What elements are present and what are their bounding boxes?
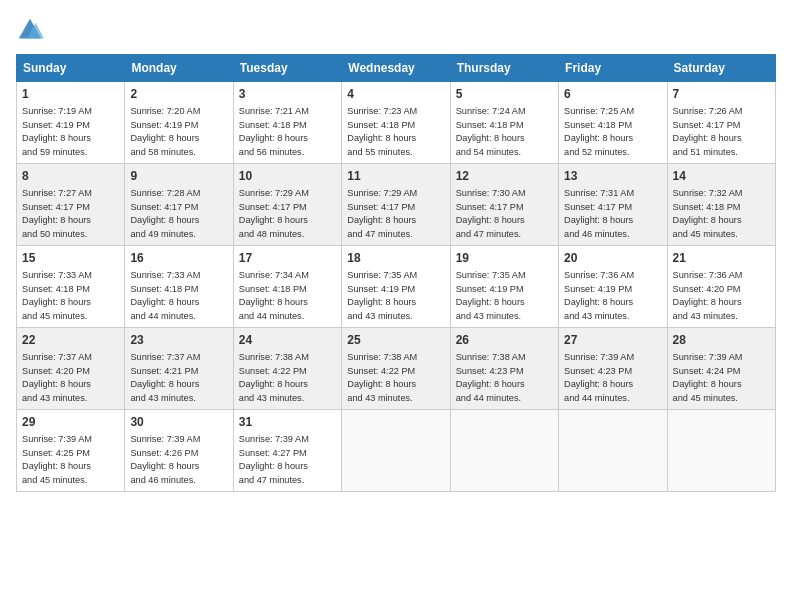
calendar-cell: 18 Sunrise: 7:35 AMSunset: 4:19 PMDaylig… [342, 246, 450, 328]
calendar-day-header: Saturday [667, 55, 775, 82]
cell-content: Sunrise: 7:39 AMSunset: 4:23 PMDaylight:… [564, 352, 634, 403]
calendar-cell: 14 Sunrise: 7:32 AMSunset: 4:18 PMDaylig… [667, 164, 775, 246]
cell-date: 31 [239, 414, 336, 430]
cell-content: Sunrise: 7:37 AMSunset: 4:21 PMDaylight:… [130, 352, 200, 403]
cell-date: 3 [239, 86, 336, 102]
calendar-cell [667, 410, 775, 492]
cell-content: Sunrise: 7:32 AMSunset: 4:18 PMDaylight:… [673, 188, 743, 239]
calendar-day-header: Monday [125, 55, 233, 82]
calendar-cell: 11 Sunrise: 7:29 AMSunset: 4:17 PMDaylig… [342, 164, 450, 246]
calendar-cell: 6 Sunrise: 7:25 AMSunset: 4:18 PMDayligh… [559, 82, 667, 164]
cell-date: 11 [347, 168, 444, 184]
cell-content: Sunrise: 7:34 AMSunset: 4:18 PMDaylight:… [239, 270, 309, 321]
cell-content: Sunrise: 7:39 AMSunset: 4:27 PMDaylight:… [239, 434, 309, 485]
cell-date: 30 [130, 414, 227, 430]
cell-date: 5 [456, 86, 553, 102]
calendar-cell: 28 Sunrise: 7:39 AMSunset: 4:24 PMDaylig… [667, 328, 775, 410]
calendar-cell: 15 Sunrise: 7:33 AMSunset: 4:18 PMDaylig… [17, 246, 125, 328]
calendar-day-header: Tuesday [233, 55, 341, 82]
cell-date: 21 [673, 250, 770, 266]
cell-date: 8 [22, 168, 119, 184]
calendar-cell: 10 Sunrise: 7:29 AMSunset: 4:17 PMDaylig… [233, 164, 341, 246]
calendar-week-row: 22 Sunrise: 7:37 AMSunset: 4:20 PMDaylig… [17, 328, 776, 410]
calendar-cell: 30 Sunrise: 7:39 AMSunset: 4:26 PMDaylig… [125, 410, 233, 492]
calendar-day-header: Wednesday [342, 55, 450, 82]
calendar-week-row: 29 Sunrise: 7:39 AMSunset: 4:25 PMDaylig… [17, 410, 776, 492]
calendar-cell [450, 410, 558, 492]
calendar-week-row: 8 Sunrise: 7:27 AMSunset: 4:17 PMDayligh… [17, 164, 776, 246]
cell-date: 29 [22, 414, 119, 430]
cell-date: 6 [564, 86, 661, 102]
cell-date: 26 [456, 332, 553, 348]
cell-content: Sunrise: 7:33 AMSunset: 4:18 PMDaylight:… [130, 270, 200, 321]
cell-date: 7 [673, 86, 770, 102]
cell-date: 10 [239, 168, 336, 184]
cell-date: 23 [130, 332, 227, 348]
cell-date: 15 [22, 250, 119, 266]
cell-content: Sunrise: 7:29 AMSunset: 4:17 PMDaylight:… [239, 188, 309, 239]
cell-content: Sunrise: 7:36 AMSunset: 4:19 PMDaylight:… [564, 270, 634, 321]
calendar-cell: 3 Sunrise: 7:21 AMSunset: 4:18 PMDayligh… [233, 82, 341, 164]
calendar-day-header: Sunday [17, 55, 125, 82]
cell-content: Sunrise: 7:35 AMSunset: 4:19 PMDaylight:… [347, 270, 417, 321]
calendar-cell: 20 Sunrise: 7:36 AMSunset: 4:19 PMDaylig… [559, 246, 667, 328]
calendar-cell: 24 Sunrise: 7:38 AMSunset: 4:22 PMDaylig… [233, 328, 341, 410]
cell-content: Sunrise: 7:29 AMSunset: 4:17 PMDaylight:… [347, 188, 417, 239]
calendar-cell: 21 Sunrise: 7:36 AMSunset: 4:20 PMDaylig… [667, 246, 775, 328]
cell-date: 19 [456, 250, 553, 266]
calendar-cell: 7 Sunrise: 7:26 AMSunset: 4:17 PMDayligh… [667, 82, 775, 164]
cell-content: Sunrise: 7:38 AMSunset: 4:22 PMDaylight:… [347, 352, 417, 403]
cell-date: 27 [564, 332, 661, 348]
cell-date: 20 [564, 250, 661, 266]
cell-content: Sunrise: 7:31 AMSunset: 4:17 PMDaylight:… [564, 188, 634, 239]
calendar-cell: 4 Sunrise: 7:23 AMSunset: 4:18 PMDayligh… [342, 82, 450, 164]
logo [16, 16, 48, 44]
calendar-cell: 16 Sunrise: 7:33 AMSunset: 4:18 PMDaylig… [125, 246, 233, 328]
cell-date: 2 [130, 86, 227, 102]
cell-date: 18 [347, 250, 444, 266]
calendar-cell: 13 Sunrise: 7:31 AMSunset: 4:17 PMDaylig… [559, 164, 667, 246]
cell-content: Sunrise: 7:36 AMSunset: 4:20 PMDaylight:… [673, 270, 743, 321]
header [16, 16, 776, 44]
calendar-cell: 22 Sunrise: 7:37 AMSunset: 4:20 PMDaylig… [17, 328, 125, 410]
calendar-cell [342, 410, 450, 492]
calendar-cell: 12 Sunrise: 7:30 AMSunset: 4:17 PMDaylig… [450, 164, 558, 246]
calendar-cell: 2 Sunrise: 7:20 AMSunset: 4:19 PMDayligh… [125, 82, 233, 164]
cell-content: Sunrise: 7:38 AMSunset: 4:23 PMDaylight:… [456, 352, 526, 403]
cell-content: Sunrise: 7:39 AMSunset: 4:24 PMDaylight:… [673, 352, 743, 403]
cell-date: 1 [22, 86, 119, 102]
page: SundayMondayTuesdayWednesdayThursdayFrid… [0, 0, 792, 502]
cell-content: Sunrise: 7:19 AMSunset: 4:19 PMDaylight:… [22, 106, 92, 157]
cell-content: Sunrise: 7:38 AMSunset: 4:22 PMDaylight:… [239, 352, 309, 403]
cell-date: 14 [673, 168, 770, 184]
calendar-cell: 31 Sunrise: 7:39 AMSunset: 4:27 PMDaylig… [233, 410, 341, 492]
cell-content: Sunrise: 7:28 AMSunset: 4:17 PMDaylight:… [130, 188, 200, 239]
calendar-day-header: Friday [559, 55, 667, 82]
logo-icon [16, 16, 44, 44]
calendar-cell: 23 Sunrise: 7:37 AMSunset: 4:21 PMDaylig… [125, 328, 233, 410]
cell-content: Sunrise: 7:27 AMSunset: 4:17 PMDaylight:… [22, 188, 92, 239]
cell-content: Sunrise: 7:35 AMSunset: 4:19 PMDaylight:… [456, 270, 526, 321]
calendar-cell: 27 Sunrise: 7:39 AMSunset: 4:23 PMDaylig… [559, 328, 667, 410]
calendar-week-row: 1 Sunrise: 7:19 AMSunset: 4:19 PMDayligh… [17, 82, 776, 164]
cell-date: 24 [239, 332, 336, 348]
cell-content: Sunrise: 7:26 AMSunset: 4:17 PMDaylight:… [673, 106, 743, 157]
cell-content: Sunrise: 7:24 AMSunset: 4:18 PMDaylight:… [456, 106, 526, 157]
cell-content: Sunrise: 7:20 AMSunset: 4:19 PMDaylight:… [130, 106, 200, 157]
calendar-cell: 1 Sunrise: 7:19 AMSunset: 4:19 PMDayligh… [17, 82, 125, 164]
cell-date: 12 [456, 168, 553, 184]
cell-date: 17 [239, 250, 336, 266]
cell-date: 25 [347, 332, 444, 348]
cell-content: Sunrise: 7:23 AMSunset: 4:18 PMDaylight:… [347, 106, 417, 157]
calendar-cell [559, 410, 667, 492]
cell-content: Sunrise: 7:25 AMSunset: 4:18 PMDaylight:… [564, 106, 634, 157]
cell-content: Sunrise: 7:37 AMSunset: 4:20 PMDaylight:… [22, 352, 92, 403]
calendar-cell: 8 Sunrise: 7:27 AMSunset: 4:17 PMDayligh… [17, 164, 125, 246]
cell-content: Sunrise: 7:39 AMSunset: 4:26 PMDaylight:… [130, 434, 200, 485]
calendar-table: SundayMondayTuesdayWednesdayThursdayFrid… [16, 54, 776, 492]
calendar-cell: 17 Sunrise: 7:34 AMSunset: 4:18 PMDaylig… [233, 246, 341, 328]
calendar-header-row: SundayMondayTuesdayWednesdayThursdayFrid… [17, 55, 776, 82]
cell-content: Sunrise: 7:21 AMSunset: 4:18 PMDaylight:… [239, 106, 309, 157]
calendar-cell: 5 Sunrise: 7:24 AMSunset: 4:18 PMDayligh… [450, 82, 558, 164]
cell-date: 13 [564, 168, 661, 184]
